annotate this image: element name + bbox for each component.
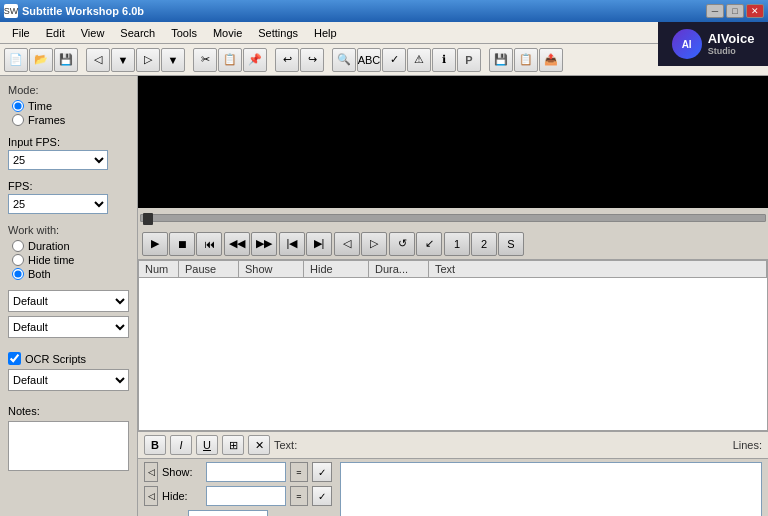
search-button[interactable]: 🔍: [332, 48, 356, 72]
aivoice-icon: AI: [672, 29, 702, 59]
pb-mark2-button[interactable]: 2: [471, 232, 497, 256]
toolbar-btn-dropdown2[interactable]: ▼: [161, 48, 185, 72]
pb-stop-button[interactable]: ⏹: [169, 232, 195, 256]
info-button[interactable]: ℹ: [432, 48, 456, 72]
mode-frames-option[interactable]: Frames: [12, 114, 129, 126]
export3-button[interactable]: 📤: [539, 48, 563, 72]
italic-button[interactable]: I: [170, 435, 192, 455]
warn-button[interactable]: ⚠: [407, 48, 431, 72]
menu-bar: File Edit View Search Tools Movie Settin…: [0, 22, 768, 44]
show-input[interactable]: [206, 462, 286, 482]
work-hidetime-option[interactable]: Hide time: [12, 254, 129, 266]
menu-tools[interactable]: Tools: [163, 25, 205, 41]
underline-button[interactable]: U: [196, 435, 218, 455]
toolbar-export-group: 💾 📋 📤: [489, 48, 563, 72]
spell-button[interactable]: ABC: [357, 48, 381, 72]
input-fps-select[interactable]: 25 23.976 24 29.97 30: [8, 150, 108, 170]
pb-in-button[interactable]: ↙: [416, 232, 442, 256]
toolbar-edit-group: ✂ 📋 📌: [193, 48, 267, 72]
pb-snap-button[interactable]: S: [498, 232, 524, 256]
pb-play-button[interactable]: ▶: [142, 232, 168, 256]
open-button[interactable]: 📂: [29, 48, 53, 72]
playback-controls: ▶ ⏹ ⏮ ◀◀ ▶▶ |◀ ▶| ◁ ▷ ↺ ↙ 1 2: [138, 228, 768, 260]
pb-group1: ▶ ⏹ ⏮: [142, 232, 222, 256]
main-layout: Mode: Time Frames Input FPS: 25 23.976 2…: [0, 76, 768, 516]
ocr-label: OCR Scripts: [25, 353, 86, 365]
hide-set-btn[interactable]: =: [290, 486, 308, 506]
paste-button[interactable]: 📌: [243, 48, 267, 72]
notes-label: Notes:: [8, 405, 129, 417]
cut-button[interactable]: ✂: [193, 48, 217, 72]
fps-select[interactable]: 25 23.976 24 29.97 30: [8, 194, 108, 214]
pb-mark1-button[interactable]: 1: [444, 232, 470, 256]
export-button[interactable]: 💾: [489, 48, 513, 72]
export2-button[interactable]: 📋: [514, 48, 538, 72]
copy-button[interactable]: 📋: [218, 48, 242, 72]
hide-label: Hide:: [162, 490, 202, 502]
right-content: ▶ ⏹ ⏮ ◀◀ ▶▶ |◀ ▶| ◁ ▷ ↺ ↙ 1 2: [138, 76, 768, 516]
redo-button[interactable]: ↪: [300, 48, 324, 72]
toolbar-misc-group: 🔍 ABC ✓ ⚠ ℹ P: [332, 48, 481, 72]
menu-view[interactable]: View: [73, 25, 113, 41]
show-apply-btn[interactable]: ✓: [312, 462, 332, 482]
p-button[interactable]: P: [457, 48, 481, 72]
toolbar-btn-arrow-right[interactable]: ▷: [136, 48, 160, 72]
undo-button[interactable]: ↩: [275, 48, 299, 72]
menu-help[interactable]: Help: [306, 25, 345, 41]
dropdown1-select[interactable]: Default: [8, 290, 129, 312]
col-duration: Dura...: [369, 261, 429, 277]
pb-start-button[interactable]: |◀: [279, 232, 305, 256]
title-bar: SW Subtitle Workshop 6.0b ─ □ ✕: [0, 0, 768, 22]
table-btn[interactable]: ⊞: [222, 435, 244, 455]
menu-search[interactable]: Search: [112, 25, 163, 41]
toolbar-btn-arrow-left[interactable]: ◁: [86, 48, 110, 72]
dropdown3-select[interactable]: Default: [8, 369, 129, 391]
bold-button[interactable]: B: [144, 435, 166, 455]
work-both-option[interactable]: Both: [12, 268, 129, 280]
pb-step-back-button[interactable]: ◁: [334, 232, 360, 256]
hide-apply-btn[interactable]: ✓: [312, 486, 332, 506]
menu-file[interactable]: File: [4, 25, 38, 41]
pb-prev-button[interactable]: ⏮: [196, 232, 222, 256]
work-duration-option[interactable]: Duration: [12, 240, 129, 252]
seek-bar[interactable]: [140, 214, 766, 222]
pb-back-button[interactable]: ◀◀: [224, 232, 250, 256]
seek-handle[interactable]: [143, 213, 153, 225]
col-hide: Hide: [304, 261, 369, 277]
clear-btn[interactable]: ✕: [248, 435, 270, 455]
menu-movie[interactable]: Movie: [205, 25, 250, 41]
hide-input[interactable]: [206, 486, 286, 506]
toolbar-nav-group: ↩ ↪: [275, 48, 324, 72]
hide-nav-prev[interactable]: ◁: [144, 486, 158, 506]
save-button[interactable]: 💾: [54, 48, 78, 72]
show-set-btn[interactable]: =: [290, 462, 308, 482]
minimize-button[interactable]: ─: [706, 4, 724, 18]
menu-settings[interactable]: Settings: [250, 25, 306, 41]
work-duration-radio[interactable]: [12, 240, 24, 252]
pb-group3: |◀ ▶|: [279, 232, 332, 256]
work-hidetime-radio[interactable]: [12, 254, 24, 266]
pb-loop-button[interactable]: ↺: [389, 232, 415, 256]
aivoice-logo: AI AIVoice Studio: [658, 22, 768, 66]
text-edit-area[interactable]: [340, 462, 762, 516]
ocr-row: OCR Scripts: [8, 352, 129, 365]
mode-radio-group: Time Frames: [12, 100, 129, 126]
pb-step-fwd-button[interactable]: ▷: [361, 232, 387, 256]
new-button[interactable]: 📄: [4, 48, 28, 72]
ocr-checkbox[interactable]: [8, 352, 21, 365]
dropdown2-select[interactable]: Default: [8, 316, 129, 338]
close-button[interactable]: ✕: [746, 4, 764, 18]
notes-textarea[interactable]: [8, 421, 129, 471]
menu-edit[interactable]: Edit: [38, 25, 73, 41]
show-nav-prev[interactable]: ◁: [144, 462, 158, 482]
mode-frames-radio[interactable]: [12, 114, 24, 126]
spell2-button[interactable]: ✓: [382, 48, 406, 72]
mode-time-option[interactable]: Time: [12, 100, 129, 112]
mode-time-radio[interactable]: [12, 100, 24, 112]
toolbar-btn-dropdown[interactable]: ▼: [111, 48, 135, 72]
pause-input[interactable]: [188, 510, 268, 516]
pb-fwd-button[interactable]: ▶▶: [251, 232, 277, 256]
work-both-radio[interactable]: [12, 268, 24, 280]
maximize-button[interactable]: □: [726, 4, 744, 18]
pb-end-button[interactable]: ▶|: [306, 232, 332, 256]
